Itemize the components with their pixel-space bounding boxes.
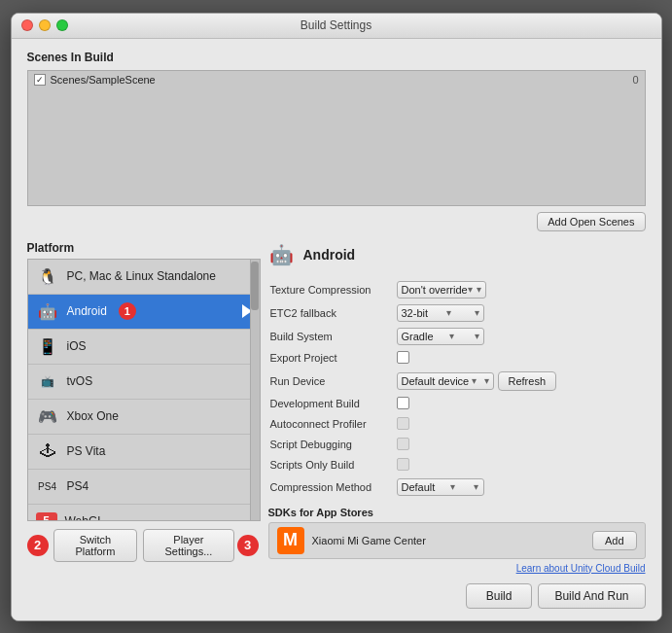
run-device-controls: Default device ▾ Refresh [397, 371, 644, 391]
platform-item-ps4[interactable]: PS4 PS4 [28, 470, 260, 505]
titlebar: Build Settings [12, 14, 661, 39]
platform-list: 🐧 PC, Mac & Linux Standalone 🤖 Android 1 [28, 260, 260, 520]
scene-number: 0 [632, 74, 638, 86]
etc2-fallback-cell: 32-bit ▾ [395, 301, 646, 325]
platform-item-ios[interactable]: 📱 iOS [28, 330, 260, 365]
build-settings-window: Build Settings Scenes In Build Scenes/Sa… [11, 13, 662, 621]
ps4-icon: PS4 [36, 475, 59, 498]
build-system-select[interactable]: Gradle ▾ [397, 328, 484, 345]
sdk-item-xiaomi: M Xiaomi Mi Game Center Add [268, 522, 646, 559]
switch-platform-button[interactable]: Switch Platform [53, 529, 138, 562]
android-header: 🤖 Android [268, 241, 646, 268]
platform-item-pc-label: PC, Mac & Linux Standalone [67, 269, 216, 283]
platform-bottom-row: 2 Switch Platform Player Settings... 3 [27, 529, 261, 562]
platform-item-webgl[interactable]: 5 WebGL [28, 505, 260, 520]
platform-item-ios-label: iOS [67, 339, 87, 353]
scrollbar-thumb[interactable] [251, 262, 259, 310]
script-debugging-row: Script Debugging [268, 435, 646, 455]
platform-label: Platform [27, 241, 261, 255]
platform-item-psvita-label: PS Vita [67, 444, 106, 458]
texture-compression-cell: Don't override ▾ [395, 278, 646, 301]
add-open-scenes-button[interactable]: Add Open Scenes [537, 212, 645, 231]
minimize-button[interactable] [39, 19, 51, 31]
build-and-run-button[interactable]: Build And Run [538, 583, 645, 609]
script-debugging-label: Script Debugging [268, 435, 395, 455]
export-project-label: Export Project [268, 348, 395, 369]
script-debugging-checkbox [397, 438, 409, 450]
sdk-add-button[interactable]: Add [592, 531, 637, 550]
tvos-icon: 📺 [36, 369, 59, 393]
xbox-icon: 🎮 [36, 404, 59, 428]
pc-icon: 🐧 [36, 264, 59, 288]
run-device-row: Run Device Default device ▾ Refresh [268, 369, 646, 394]
switch-platform-container: 2 Switch Platform [27, 529, 138, 562]
main-content: Scenes In Build Scenes/SampleScene 0 Add… [12, 39, 661, 620]
build-system-label: Build System [268, 325, 395, 348]
maximize-button[interactable] [56, 19, 68, 31]
android-icon: 🤖 [36, 299, 59, 323]
scripts-only-build-label: Scripts Only Build [268, 455, 395, 475]
build-button[interactable]: Build [466, 583, 533, 609]
build-system-row: Build System Gradle ▾ [268, 325, 646, 348]
platform-item-xbox[interactable]: 🎮 Xbox One [28, 400, 260, 435]
player-settings-button[interactable]: Player Settings... [143, 529, 233, 562]
run-device-label: Run Device [268, 369, 395, 394]
etc2-fallback-label: ETC2 fallback [268, 301, 395, 325]
close-button[interactable] [21, 19, 33, 31]
webgl-icon: 5 [36, 512, 57, 520]
platform-item-webgl-label: WebGL [65, 514, 104, 520]
export-project-checkbox[interactable] [397, 351, 409, 364]
scripts-only-build-cell [395, 455, 646, 475]
platform-item-android[interactable]: 🤖 Android 1 [28, 295, 260, 330]
platform-item-xbox-label: Xbox One [67, 409, 119, 423]
player-settings-container: Player Settings... 3 [143, 529, 260, 562]
psvita-icon: 🕹 [36, 440, 59, 463]
development-build-cell [395, 394, 646, 414]
scene-checkbox[interactable] [34, 74, 46, 86]
android-selected-badge: 1 [119, 302, 136, 320]
xiaomi-name: Xiaomi Mi Game Center [312, 535, 584, 546]
autoconnect-profiler-cell [395, 414, 646, 435]
compression-method-cell: Default ▾ [395, 475, 646, 499]
build-system-cell: Gradle ▾ [395, 325, 646, 348]
run-device-select[interactable]: Default device ▾ [397, 372, 494, 390]
refresh-button[interactable]: Refresh [498, 371, 557, 391]
scrollbar-track [250, 260, 260, 520]
run-device-cell: Default device ▾ Refresh [395, 369, 646, 394]
sdks-section: SDKs for App Stores M Xiaomi Mi Game Cen… [268, 507, 646, 559]
add-open-scenes-row: Add Open Scenes [27, 212, 646, 231]
settings-table: Texture Compression Don't override ▾ ETC… [268, 278, 646, 499]
switch-platform-badge: 2 [27, 535, 49, 556]
compression-method-select[interactable]: Default ▾ [397, 478, 484, 496]
autoconnect-profiler-checkbox [397, 417, 409, 430]
etc2-fallback-select[interactable]: 32-bit ▾ [397, 304, 484, 322]
texture-compression-label: Texture Compression [268, 278, 395, 301]
scene-name: Scenes/SampleScene [51, 74, 156, 86]
final-bottom-row: Build Build And Run [268, 583, 646, 609]
scenes-section-label: Scenes In Build [27, 51, 646, 64]
export-project-cell [395, 348, 646, 369]
development-build-checkbox[interactable] [397, 397, 409, 409]
platform-item-tvos[interactable]: 📺 tvOS [28, 365, 260, 400]
platform-list-container: 🐧 PC, Mac & Linux Standalone 🤖 Android 1 [27, 259, 261, 521]
window-title: Build Settings [301, 18, 371, 32]
scene-row: Scenes/SampleScene [28, 71, 645, 88]
autoconnect-profiler-label: Autoconnect Profiler [268, 414, 395, 435]
autoconnect-profiler-row: Autoconnect Profiler [268, 414, 646, 435]
platform-item-ps4-label: PS4 [67, 479, 89, 493]
compression-method-label: Compression Method [268, 475, 395, 499]
scripts-only-build-checkbox [397, 458, 409, 471]
compression-method-row: Compression Method Default ▾ [268, 475, 646, 499]
right-panel: 🤖 Android Texture Compression Don't over… [268, 241, 646, 609]
sdks-label: SDKs for App Stores [268, 507, 646, 518]
platform-item-tvos-label: tvOS [67, 374, 93, 388]
texture-compression-select[interactable]: Don't override ▾ [397, 281, 486, 299]
cloud-build-link[interactable]: Learn about Unity Cloud Build [268, 563, 646, 574]
platform-item-psvita[interactable]: 🕹 PS Vita [28, 435, 260, 470]
left-bottom-buttons: 2 Switch Platform Player Settings... 3 [27, 529, 261, 562]
etc2-fallback-row: ETC2 fallback 32-bit ▾ [268, 301, 646, 325]
ios-icon: 📱 [36, 334, 59, 358]
texture-compression-row: Texture Compression Don't override ▾ [268, 278, 646, 301]
platform-item-pc[interactable]: 🐧 PC, Mac & Linux Standalone [28, 260, 260, 295]
titlebar-buttons [21, 19, 68, 31]
